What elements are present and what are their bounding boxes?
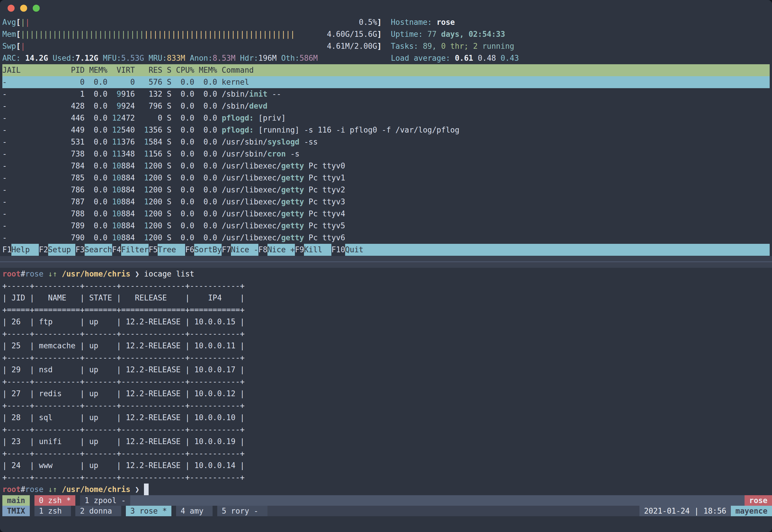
text-segment	[75, 495, 80, 506]
text-segment: 12	[112, 112, 121, 124]
fkey-sortby-button[interactable]: SortBy	[194, 244, 222, 256]
text-segment: +=====+==========+=======+==============…	[2, 304, 245, 316]
text-segment: Hdr:	[235, 52, 258, 64]
close-button[interactable]	[8, 5, 15, 12]
text-segment: /usr/libexec/	[222, 172, 281, 184]
process-row[interactable]: - 738 0.0 11348 1156 S 0.0 0.0 /usr/sbin…	[2, 148, 770, 160]
text-segment: 1	[144, 160, 149, 172]
text-segment: 200	[149, 172, 162, 184]
text-segment	[135, 148, 144, 160]
text-segment: 356	[149, 124, 162, 136]
tasks-running: 2	[473, 40, 478, 52]
process-row[interactable]: - 428 0.0 9924 796 S 0.0 0.0 /sbin/devd	[2, 100, 770, 112]
fkey-help-button[interactable]: Help	[11, 244, 39, 256]
shell-prompt: root#rose ↓↑ /usr/home/chris ❯ iocage li…	[2, 268, 770, 280]
text-segment: 1	[144, 184, 149, 196]
load-1min: 0.61	[455, 52, 478, 64]
iocage-table-border: +-----+----------+-------+--------------…	[2, 328, 770, 340]
minimize-button[interactable]	[20, 5, 27, 12]
tmux-pane-divider[interactable]	[0, 256, 772, 268]
fkey-search-button[interactable]: Search	[85, 244, 112, 256]
tmux-window-3-rose-current-tab[interactable]: 3 rose *	[126, 506, 172, 516]
fkey-f1: F1	[2, 244, 11, 256]
text-segment: 12	[112, 124, 121, 136]
tasks-label: Tasks:	[391, 40, 423, 52]
window-titlebar[interactable]	[0, 0, 772, 16]
text-segment: Pc ttyv4	[304, 208, 345, 220]
fkey-setup-button[interactable]: Setup	[48, 244, 76, 256]
text-segment: /usr/libexec/	[222, 184, 281, 196]
process-row[interactable]: - 449 0.0 12540 1356 S 0.0 0.0 pflogd: […	[2, 124, 770, 136]
text-segment: 9	[117, 88, 121, 100]
text-segment	[30, 506, 34, 516]
text-segment: 9	[117, 100, 121, 112]
maximize-button[interactable]	[33, 5, 40, 12]
text-segment: +-----+----------+-------+--------------…	[2, 472, 245, 484]
tmux-session-main-tab[interactable]: main	[2, 495, 30, 506]
process-row[interactable]: - 786 0.0 10884 1200 S 0.0 0.0 /usr/libe…	[2, 184, 770, 196]
text-segment: Pc ttyv5	[304, 220, 345, 232]
process-row[interactable]: - 531 0.0 11376 1584 S 0.0 0.0 /usr/sbin…	[2, 136, 770, 148]
status-hostname-badge: mayence	[731, 506, 772, 516]
text-segment	[30, 495, 34, 506]
uptime-time: 02:54:33	[469, 28, 505, 40]
process-row[interactable]: - 1 0.0 9916 132 S 0.0 0.0 /sbin/init --	[2, 88, 770, 100]
fkey-tree-button[interactable]: Tree	[158, 244, 185, 256]
text-segment: [priv]	[254, 112, 286, 124]
text-segment: 1	[144, 148, 149, 160]
iocage-table-header: | JID | NAME | STATE | RELEASE | IP4 |	[2, 292, 770, 304]
tmux-window-4-amy-tab[interactable]: 4 amy	[176, 506, 213, 516]
text-segment: - 786 0.0	[2, 184, 112, 196]
fkey-nice-minus-button[interactable]: Nice -	[231, 244, 258, 256]
text-segment: Used:	[48, 52, 76, 64]
text-segment	[135, 220, 144, 232]
swp-meter-label: Swp	[2, 40, 16, 52]
process-row[interactable]: - 446 0.0 12472 0 S 0.0 0.0 pflogd: [pri…	[2, 112, 770, 124]
process-row[interactable]: - 788 0.0 10884 1200 S 0.0 0.0 /usr/libe…	[2, 208, 770, 220]
text-segment	[135, 160, 144, 172]
text-segment: 200	[149, 220, 162, 232]
fkey-f8: F8	[258, 244, 267, 256]
iocage-table-border: +-----+----------+-------+--------------…	[2, 352, 770, 364]
text-segment: | 25 | memcache | up | 12.2-RELEASE | 10…	[2, 340, 245, 352]
inner-window-1-zpool-tab[interactable]: 1 zpool -	[80, 495, 130, 506]
fkey-quit-button[interactable]: Quit	[345, 244, 364, 256]
arc-oth: 586M	[300, 52, 318, 64]
fkey-filter-button[interactable]: Filter	[121, 244, 149, 256]
text-segment: ARC:	[2, 52, 21, 64]
avg-bar-green: |	[21, 16, 25, 28]
process-row[interactable]: - 784 0.0 10884 1200 S 0.0 0.0 /usr/libe…	[2, 160, 770, 172]
process-row[interactable]: - 785 0.0 10884 1200 S 0.0 0.0 /usr/libe…	[2, 172, 770, 184]
tmux-window-1-zsh-tab[interactable]: 1 zsh	[34, 506, 71, 516]
process-row[interactable]: - 790 0.0 10884 1200 S 0.0 0.0 /usr/libe…	[2, 232, 770, 244]
htop-pane: Avg[|| 0.5%] Hostname: roseMem[|||||||||…	[2, 16, 770, 256]
text-segment	[30, 16, 359, 28]
text-segment: - 449 0.0	[2, 124, 112, 136]
iocage-table-row: | 27 | redis | up | 12.2-RELEASE | 10.0.…	[2, 388, 770, 400]
tmux-window-5-rory-tab[interactable]: 5 rory -	[217, 506, 267, 516]
avg-meter-label: Avg	[2, 16, 16, 28]
text-segment: | 24 | www | up | 12.2-RELEASE | 10.0.0.…	[2, 460, 245, 472]
text-segment: S 0.0 0.0	[162, 160, 222, 172]
text-segment	[382, 16, 391, 28]
tmux-window-2-donna-tab[interactable]: 2 donna	[75, 506, 121, 516]
text-segment: 1	[144, 220, 149, 232]
fkey-nice-plus-button[interactable]: Nice +	[267, 244, 295, 256]
text-segment: #	[21, 268, 25, 280]
process-row[interactable]: - 789 0.0 10884 1200 S 0.0 0.0 /usr/libe…	[2, 220, 770, 232]
text-segment: - 531 0.0	[2, 136, 112, 148]
fkey-kill-button[interactable]: Kill	[304, 244, 331, 256]
inner-window-0-zsh-tab[interactable]: 0 zsh *	[34, 495, 76, 506]
text-segment	[57, 268, 62, 280]
arc-mru: 833M	[167, 52, 185, 64]
process-row-selected[interactable]: - 0 0.0 0 576 S 0.0 0.0 kernel	[2, 76, 770, 88]
iocage-table-row: | 28 | sql | up | 12.2-RELEASE | 10.0.0.…	[2, 412, 770, 424]
text-segment: 1	[144, 124, 149, 136]
fkey-f6: F6	[185, 244, 194, 256]
text-segment: S 0.0 0.0	[162, 136, 222, 148]
meter-avg: Avg[|| 0.5%] Hostname: rose	[2, 16, 770, 28]
text-segment: 10	[112, 160, 121, 172]
text-segment: 1	[144, 136, 149, 148]
process-row[interactable]: - 787 0.0 10884 1200 S 0.0 0.0 /usr/libe…	[2, 196, 770, 208]
iocage-table-border: +-----+----------+-------+--------------…	[2, 376, 770, 388]
